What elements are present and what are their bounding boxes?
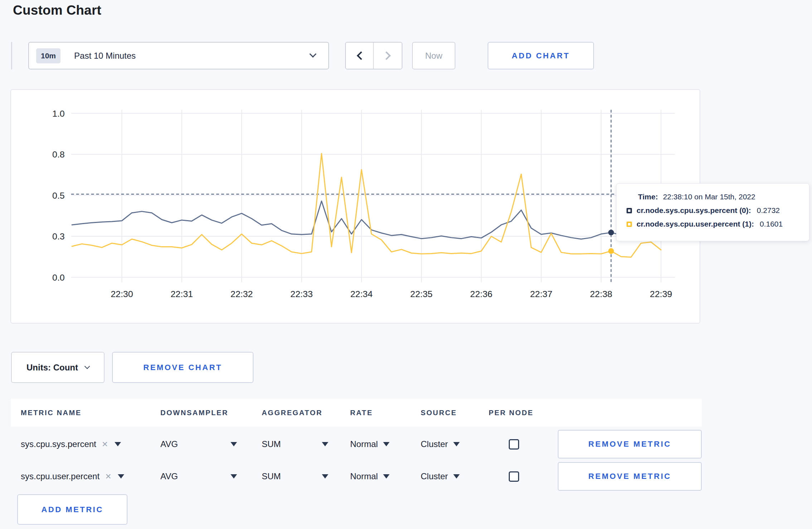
add-metric-button[interactable]: ADD METRIC bbox=[17, 494, 127, 525]
per-node-checkbox[interactable] bbox=[509, 439, 519, 450]
metric-name-dropdown[interactable]: sys.cpu.sys.percent × bbox=[21, 439, 160, 449]
units-dropdown[interactable]: Units: Count bbox=[11, 352, 105, 383]
aggregator-dropdown[interactable]: SUM bbox=[262, 439, 328, 449]
chevron-down-icon bbox=[309, 50, 316, 58]
downsampler-value: AVG bbox=[160, 439, 178, 449]
svg-text:22:33: 22:33 bbox=[290, 289, 313, 299]
source-value: Cluster bbox=[421, 439, 448, 449]
add-chart-button[interactable]: ADD CHART bbox=[488, 42, 594, 69]
series-sys-swatch-icon bbox=[627, 208, 632, 213]
series-user-swatch-icon bbox=[627, 222, 632, 227]
caret-down-icon bbox=[322, 442, 328, 446]
aggregator-value: SUM bbox=[262, 471, 281, 481]
source-dropdown[interactable]: Cluster bbox=[421, 471, 489, 481]
tooltip-series-name: cr.node.sys.cpu.sys.percent (0): bbox=[637, 206, 751, 215]
rate-value: Normal bbox=[350, 471, 378, 481]
rate-dropdown[interactable]: Normal bbox=[350, 471, 421, 481]
source-value: Cluster bbox=[421, 471, 448, 481]
metric-row-sys: sys.cpu.sys.percent × AVG SUM Normal Clu… bbox=[11, 429, 702, 459]
downsampler-dropdown[interactable]: AVG bbox=[160, 439, 237, 449]
svg-text:22:37: 22:37 bbox=[530, 289, 552, 299]
tooltip-time-label: Time: bbox=[638, 193, 658, 201]
svg-text:0.3: 0.3 bbox=[52, 231, 65, 241]
tooltip-time-row: Time: 22:38:10 on Mar 15th, 2022 bbox=[638, 193, 809, 201]
remove-chart-button[interactable]: REMOVE CHART bbox=[112, 352, 253, 383]
caret-down-icon bbox=[231, 474, 237, 479]
header-metric-name: METRIC NAME bbox=[21, 409, 160, 417]
next-time-button[interactable] bbox=[374, 43, 402, 69]
tooltip-time-value: 22:38:10 on Mar 15th, 2022 bbox=[663, 193, 755, 201]
chevron-down-icon bbox=[84, 363, 90, 369]
svg-text:22:36: 22:36 bbox=[470, 289, 492, 299]
caret-down-icon bbox=[383, 442, 390, 446]
toolbar-left-divider bbox=[11, 42, 12, 69]
tooltip-series-row: cr.node.sys.cpu.sys.percent (0): 0.2732 bbox=[627, 206, 809, 215]
rate-value: Normal bbox=[350, 439, 378, 449]
svg-text:22:35: 22:35 bbox=[410, 289, 432, 299]
caret-down-icon bbox=[322, 474, 328, 479]
now-button[interactable]: Now bbox=[412, 42, 455, 69]
svg-text:22:39: 22:39 bbox=[650, 289, 672, 299]
caret-down-icon bbox=[453, 442, 460, 446]
metric-name-value: sys.cpu.user.percent bbox=[21, 471, 100, 481]
custom-chart-page: Custom Chart 10m Past 10 Minutes Now ADD… bbox=[0, 0, 812, 529]
svg-text:0.8: 0.8 bbox=[52, 149, 65, 159]
svg-text:0.5: 0.5 bbox=[52, 190, 65, 200]
rate-dropdown[interactable]: Normal bbox=[350, 439, 421, 449]
svg-text:22:31: 22:31 bbox=[170, 289, 193, 299]
remove-metric-button[interactable]: REMOVE METRIC bbox=[558, 430, 702, 458]
svg-text:22:32: 22:32 bbox=[231, 289, 253, 299]
chart-tooltip: Time: 22:38:10 on Mar 15th, 2022 cr.node… bbox=[616, 183, 809, 241]
aggregator-dropdown[interactable]: SUM bbox=[262, 471, 328, 481]
tooltip-series-value: 0.2732 bbox=[757, 206, 780, 215]
per-node-checkbox[interactable] bbox=[509, 471, 519, 482]
tooltip-series-row: cr.node.sys.cpu.user.percent (1): 0.1601 bbox=[627, 220, 809, 228]
header-rate: RATE bbox=[350, 409, 421, 417]
downsampler-dropdown[interactable]: AVG bbox=[160, 471, 237, 481]
clear-metric-icon[interactable]: × bbox=[105, 471, 111, 481]
remove-metric-button[interactable]: REMOVE METRIC bbox=[558, 462, 702, 491]
caret-down-icon bbox=[115, 442, 121, 446]
chevron-left-icon bbox=[357, 51, 365, 60]
svg-text:22:34: 22:34 bbox=[350, 289, 373, 299]
header-aggregator: AGGREGATOR bbox=[262, 409, 350, 417]
prev-time-button[interactable] bbox=[346, 43, 374, 69]
time-window-badge: 10m bbox=[36, 48, 61, 63]
downsampler-value: AVG bbox=[160, 471, 178, 481]
clear-metric-icon[interactable]: × bbox=[102, 439, 108, 449]
tooltip-series-value: 0.1601 bbox=[760, 220, 783, 228]
header-downsampler: DOWNSAMPLER bbox=[160, 409, 262, 417]
time-nav-group bbox=[345, 42, 402, 69]
units-label: Units: Count bbox=[26, 363, 78, 373]
svg-text:0.0: 0.0 bbox=[52, 272, 65, 282]
metric-row-user: sys.cpu.user.percent × AVG SUM Normal Cl… bbox=[11, 462, 702, 491]
metrics-table: METRIC NAME DOWNSAMPLER AGGREGATOR RATE … bbox=[11, 399, 702, 525]
metric-name-value: sys.cpu.sys.percent bbox=[21, 439, 96, 449]
source-dropdown[interactable]: Cluster bbox=[421, 439, 489, 449]
svg-text:22:38: 22:38 bbox=[590, 289, 612, 299]
metric-name-dropdown[interactable]: sys.cpu.user.percent × bbox=[21, 471, 160, 481]
chevron-right-icon bbox=[382, 51, 391, 60]
metrics-table-header: METRIC NAME DOWNSAMPLER AGGREGATOR RATE … bbox=[11, 399, 702, 427]
header-source: SOURCE bbox=[421, 409, 489, 417]
caret-down-icon bbox=[383, 474, 390, 479]
caret-down-icon bbox=[231, 442, 237, 446]
chart-controls-row: Units: Count REMOVE CHART bbox=[11, 352, 253, 383]
svg-text:1.0: 1.0 bbox=[52, 108, 65, 118]
caret-down-icon bbox=[453, 474, 460, 479]
time-window-dropdown[interactable]: 10m Past 10 Minutes bbox=[28, 42, 329, 69]
time-window-label: Past 10 Minutes bbox=[74, 51, 136, 61]
tooltip-series-name: cr.node.sys.cpu.user.percent (1): bbox=[637, 220, 754, 228]
chart-svg[interactable]: 0.00.30.50.81.022:3022:3122:3222:3322:34… bbox=[11, 90, 700, 323]
aggregator-value: SUM bbox=[262, 439, 281, 449]
svg-text:22:30: 22:30 bbox=[111, 289, 133, 299]
page-title: Custom Chart bbox=[13, 3, 101, 18]
toolbar: 10m Past 10 Minutes Now ADD CHART bbox=[11, 42, 594, 69]
chart-card: 0.00.30.50.81.022:3022:3122:3222:3322:34… bbox=[10, 89, 700, 324]
header-per-node: PER NODE bbox=[489, 409, 558, 417]
caret-down-icon bbox=[118, 474, 124, 479]
